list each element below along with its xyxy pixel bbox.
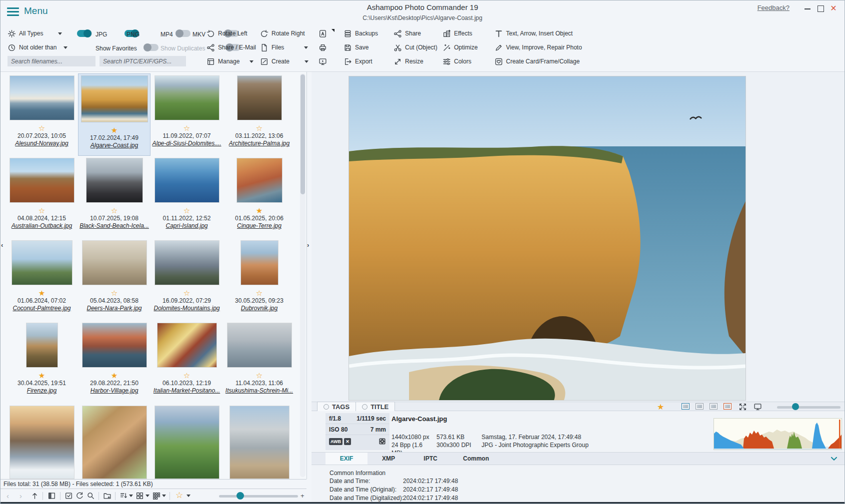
optimize-button[interactable]: Optimize [442,42,478,53]
not-older-than-dropdown[interactable]: Not older than [8,42,68,53]
thumbnail-scrollbar[interactable] [300,73,306,477]
tab-iptc[interactable]: IPTC [410,453,452,465]
minimize-button[interactable] [802,3,812,13]
panel-splitter[interactable] [306,72,307,479]
forward-chevron-icon[interactable]: › [20,492,22,500]
effects-button[interactable]: Effects [442,28,472,39]
slideshow-button[interactable] [318,56,327,67]
zoom-fill-icon[interactable] [710,403,718,410]
show-favorites-toggle[interactable] [144,44,158,51]
zoom-fit-icon[interactable] [682,403,690,410]
favorites-filter-star-icon[interactable]: ☆ [176,490,183,501]
chevron-down-icon[interactable] [146,495,150,497]
create-dropdown[interactable]: Create [260,56,308,67]
share-email-button[interactable]: Share / E-Mail [206,42,256,53]
favorite-star-icon[interactable] [184,124,190,132]
manage-dropdown[interactable]: Manage [206,56,254,67]
zoom-in-plus[interactable]: + [300,492,304,500]
thumbnail-item[interactable]: 03.11.2022, 13:06 Architecture-Palma.jpg [223,73,296,156]
favorite-star-icon[interactable] [38,206,45,215]
thumbnail-zoom-knob[interactable] [236,492,244,500]
tab-common[interactable]: Common [452,453,500,465]
expand-panel-chevron[interactable]: › [307,241,309,249]
menu-hamburger-icon[interactable] [7,7,19,16]
refresh-icon[interactable] [76,492,84,500]
favorite-star-icon[interactable] [111,371,118,380]
colors-button[interactable]: Colors [442,56,472,67]
preview-zoom-slider[interactable] [777,406,840,409]
thumbnail-item[interactable]: 05.04.2023, 08:58 Deers-Nara-Park.jpg [78,238,150,321]
mp4-filter-toggle[interactable] [176,30,190,37]
favorite-star-icon[interactable] [38,371,45,380]
thumbnail-item[interactable]: 30.05.2025, 09:23 Dubrovnik.jpg [223,238,296,321]
favorite-star-icon[interactable] [111,289,118,297]
thumbnail-item[interactable]: 11.09.2022, 07:07 Alpe-di-Siusi-Dolomite… [150,73,223,156]
thumbnail-item[interactable]: 10.07.2025, 19:08 Black-Sand-Beach-Icela… [78,156,150,238]
rotate-left-button[interactable]: Rotate Left [206,28,248,39]
thumbnail-item[interactable]: 01.06.2024, 07:02 Coconut-Palmtree.jpg [6,238,78,321]
thumbnail-size-icon[interactable] [152,492,160,500]
favorite-star-icon[interactable] [256,124,262,132]
fullscreen-icon[interactable] [738,403,747,411]
favorite-star-icon[interactable] [184,371,190,380]
preview-zoom-knob[interactable] [792,403,799,410]
thumbnail-item[interactable]: 06.10.2023, 12:19 Italian-Market-Positan… [150,321,223,403]
search-iptc-exif-gps-input[interactable] [100,56,186,66]
up-arrow-icon[interactable] [30,492,39,500]
thumbnail-item[interactable]: 20.07.2023, 10:05 Alesund-Norway.jpg [6,73,78,156]
favorite-star-icon[interactable] [38,289,45,297]
chevron-down-icon[interactable] [186,495,190,497]
pdf-export-button[interactable] [318,28,327,39]
scrollbar-thumb[interactable] [300,74,305,194]
thumbnail-item[interactable] [223,406,296,479]
preview-photo[interactable] [349,76,746,400]
maximize-button[interactable] [816,3,826,13]
thumbnail-item[interactable]: 17.02.2024, 17:49 Algarve-Coast.jpg [78,73,150,156]
sort-icon[interactable] [120,492,128,500]
favorite-star-icon[interactable] [256,289,262,297]
favorite-star-icon[interactable] [184,206,190,215]
jpg-filter-toggle[interactable] [77,30,92,37]
export-button[interactable]: Export [344,56,372,67]
share-button[interactable]: Share [394,28,421,39]
thumbnail-item[interactable]: 16.09.2022, 07:29 Dolomites-Mountains.jp… [150,238,223,321]
thumbnail-item[interactable]: 30.04.2025, 19:51 Firenze.jpg [6,321,78,403]
rotate-right-button[interactable]: Rotate Right [260,28,305,39]
collapse-left-panel-chevron[interactable]: ‹ [1,241,3,249]
thumbnail-item[interactable]: 04.08.2024, 12:15 Australian-Outback.jpg [6,156,78,238]
thumbnail-item[interactable] [78,406,150,479]
favorite-star-icon[interactable] [38,124,45,132]
thumbnail-item[interactable]: 01.11.2022, 12:52 Capri-Island.jpg [150,156,223,238]
file-type-filter-dropdown[interactable]: All Types [8,28,62,39]
close-button[interactable]: ✕ [828,3,838,13]
menu-button[interactable]: Menu [24,5,48,16]
back-chevron-icon[interactable]: ‹ [6,492,9,500]
select-images-icon[interactable] [64,492,73,500]
chevron-down-icon[interactable] [129,495,133,497]
thumbnail-item[interactable]: 29.08.2022, 21:50 Harbor-Village.jpg [78,321,150,403]
panel-collapse-marker[interactable] [332,29,334,32]
cut-object-button[interactable]: Cut (Object) [394,42,438,53]
chevron-down-icon[interactable] [162,495,166,497]
expand-metadata-chevron[interactable] [828,454,840,463]
thumbnail-item[interactable] [6,406,78,479]
layout-grid-icon[interactable] [136,492,144,500]
view-improve-repair-button[interactable]: View, Improve, Repair Photo [494,42,582,53]
thumbnail-zoom-slider[interactable] [219,495,298,498]
create-card-frame-collage-button[interactable]: Create Card/Frame/Collage [494,56,580,67]
thumbnail-item[interactable] [150,406,223,479]
print-button[interactable] [318,42,327,53]
search-icon[interactable] [86,492,95,500]
thumbnail-item[interactable]: 11.04.2023, 11:06 Itsukushima-Schrein-Mi… [223,321,296,403]
search-filenames-input[interactable] [8,56,96,66]
monitor-icon[interactable] [754,403,762,411]
zoom-original-icon[interactable] [696,403,704,410]
favorite-star-icon[interactable] [256,206,262,215]
favorite-star-icon[interactable] [256,371,262,380]
files-dropdown[interactable]: Files [260,42,308,53]
favorite-star-icon[interactable] [111,206,118,215]
tab-title[interactable]: TITLE [356,402,394,411]
rate-favorite-star-icon[interactable]: ★ [657,402,664,412]
tab-exif[interactable]: EXIF [326,453,368,465]
new-folder-icon[interactable] [103,492,112,500]
